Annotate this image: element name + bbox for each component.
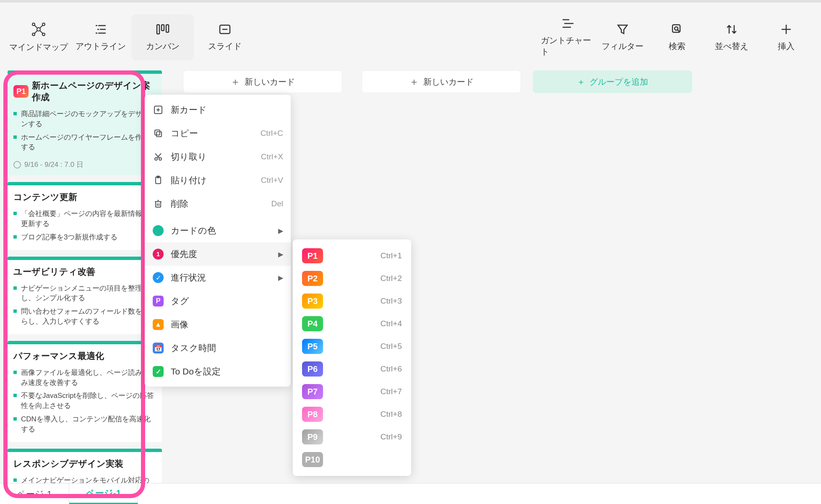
menu-image[interactable]: ▲ 画像 xyxy=(145,313,291,336)
menu-label: タスク時間 xyxy=(171,342,216,354)
menu-label: 進行状況 xyxy=(171,272,206,283)
priority-p2[interactable]: P2Ctrl+2 xyxy=(293,267,411,290)
menu-label: 新カード xyxy=(171,104,207,116)
copy-icon xyxy=(152,129,164,138)
task-item: 問い合わせフォームのフィールド数を減らし、入力しやすくする xyxy=(13,305,156,328)
menu-label: 画像 xyxy=(171,319,188,330)
shortcut: Ctrl+3 xyxy=(381,296,402,306)
kanban-card[interactable]: ユーザビリティ改善 ナビゲーションメニューの項目を整理し、シンプル化する 問い合… xyxy=(8,257,162,334)
plus-icon xyxy=(780,23,792,36)
p4-badge: P4 xyxy=(302,316,323,331)
tab-outline[interactable]: アウトライン xyxy=(70,14,132,60)
tab-slide[interactable]: スライド xyxy=(194,14,256,60)
card-title: レスポンシブデザイン実装 xyxy=(13,458,123,470)
board-area: ＋ 新しいカード ＋ 新しいカード ＋ グループを追加 ⋯ P1 新ホームページ… xyxy=(0,70,821,488)
menu-tag[interactable]: P タグ xyxy=(145,289,291,313)
kanban-card[interactable]: パフォーマンス最適化 画像ファイルを最適化し、ページ読み込み速度を改善する 不要… xyxy=(8,341,162,442)
page-tab-1[interactable]: ページ-1 xyxy=(0,483,69,504)
svg-line-7 xyxy=(34,31,37,34)
menu-todo[interactable]: ✓ To Doを設定 xyxy=(145,360,291,383)
menu-label: 優先度 xyxy=(171,248,197,260)
p5-badge: P5 xyxy=(302,339,323,354)
priority-p5[interactable]: P5Ctrl+5 xyxy=(293,335,411,358)
menu-card-color[interactable]: カードの色 ▶ xyxy=(145,219,291,242)
tool-sort[interactable]: 並べ替え xyxy=(704,16,759,58)
svg-line-25 xyxy=(678,30,679,31)
shortcut: Ctrl+2 xyxy=(381,274,402,283)
priority-p7[interactable]: P7Ctrl+7 xyxy=(293,380,411,403)
shortcut: Ctrl+6 xyxy=(381,364,402,374)
menu-delete[interactable]: 削除 Del xyxy=(145,192,291,216)
plus-icon: ＋ xyxy=(230,75,240,88)
tool-sort-label: 並べ替え xyxy=(715,41,748,52)
task-item: ナビゲーションメニューの項目を整理し、シンプル化する xyxy=(13,282,156,305)
tab-kanban[interactable]: カンバン xyxy=(132,14,194,60)
menu-label: 削除 xyxy=(171,198,188,210)
add-group-label: グループを追加 xyxy=(589,76,648,88)
svg-point-24 xyxy=(675,27,678,30)
menu-copy[interactable]: コピー Ctrl+C xyxy=(145,122,291,145)
calendar-icon: 📅 xyxy=(152,343,164,353)
tab-outline-label: アウトライン xyxy=(76,41,126,52)
menu-new-card[interactable]: 新カード xyxy=(145,98,291,122)
svg-line-5 xyxy=(34,25,37,28)
tool-insert-label: 挿入 xyxy=(778,41,795,52)
priority-p4[interactable]: P4Ctrl+4 xyxy=(293,312,411,335)
menu-paste[interactable]: 貼り付け Ctrl+V xyxy=(145,169,291,192)
p2-badge: P2 xyxy=(302,271,323,286)
shortcut: Ctrl+9 xyxy=(381,432,402,442)
svg-rect-41 xyxy=(156,202,161,207)
card-color-strip xyxy=(8,257,162,260)
priority-p1[interactable]: P1Ctrl+1 xyxy=(293,244,411,267)
svg-rect-33 xyxy=(155,130,160,135)
menu-task-time[interactable]: 📅 タスク時間 xyxy=(145,336,291,360)
kanban-card[interactable]: ⋯ P1 新ホームページのデザイン案作成 商品詳細ページのモックアップをデザイン… xyxy=(8,70,162,175)
dot-blue-icon: ✓ xyxy=(152,272,164,283)
card-date: 9/16 - 9/24 : 7.0 日 xyxy=(13,160,156,169)
priority-p6[interactable]: P6Ctrl+6 xyxy=(293,358,411,380)
kanban-card[interactable]: コンテンツ更新 「会社概要」ページの内容を最新情報に更新する ブログ記事を3つ新… xyxy=(8,182,162,249)
priority-p3[interactable]: P3Ctrl+3 xyxy=(293,290,411,312)
new-card-button-1[interactable]: ＋ 新しいカード xyxy=(183,70,342,93)
image-icon: ▲ xyxy=(152,319,164,330)
card-title: 新ホームページのデザイン案作成 xyxy=(32,80,156,103)
priority-p9[interactable]: P9Ctrl+9 xyxy=(293,426,411,448)
page-tab-2[interactable]: ページ-1 xyxy=(69,483,138,504)
task-item: ホームページのワイヤーフレームを作成する xyxy=(13,131,156,154)
menu-cut[interactable]: 切り取り Ctrl+X xyxy=(145,145,291,169)
tab-mindmap[interactable]: マインドマップ xyxy=(8,14,70,60)
p1-badge: P1 xyxy=(302,248,323,263)
priority-p10[interactable]: P10 xyxy=(293,448,411,471)
svg-rect-15 xyxy=(157,25,159,34)
new-card-button-2[interactable]: ＋ 新しいカード xyxy=(362,70,521,93)
tool-filter[interactable]: フィルター xyxy=(595,16,650,58)
tool-insert[interactable]: 挿入 xyxy=(759,16,813,58)
tab-kanban-label: カンバン xyxy=(146,41,180,52)
card-title: パフォーマンス最適化 xyxy=(13,350,104,362)
add-group-button[interactable]: ＋ グループを追加 xyxy=(533,70,692,93)
outline-icon xyxy=(94,23,107,36)
shortcut: Ctrl+4 xyxy=(381,319,402,328)
page-tab-label: ページ-1 xyxy=(86,487,121,499)
shortcut: Ctrl+8 xyxy=(381,410,402,419)
footer-tabs: ページ-1 ページ-1 xyxy=(0,483,821,504)
task-item: CDNを導入し、コンテンツ配信を高速化する xyxy=(13,413,156,436)
menu-shortcut: Ctrl+X xyxy=(261,152,283,161)
card-color-strip xyxy=(8,182,162,185)
tool-search[interactable]: 検索 xyxy=(650,16,704,58)
tool-search-label: 検索 xyxy=(669,41,685,52)
filter-icon xyxy=(616,23,629,36)
tag-icon: P xyxy=(152,296,164,307)
task-item: 「会社概要」ページの内容を最新情報に更新する xyxy=(13,207,156,231)
priority-p8[interactable]: P8Ctrl+8 xyxy=(293,403,411,426)
slide-icon xyxy=(218,23,232,36)
dot-green-icon xyxy=(152,225,164,236)
card-title: ユーザビリティ改善 xyxy=(13,266,95,278)
menu-priority[interactable]: 1 優先度 ▶ xyxy=(145,242,291,266)
tool-gantt[interactable]: ガントチャート xyxy=(541,16,595,58)
svg-line-8 xyxy=(40,31,43,34)
p3-badge: P3 xyxy=(302,294,323,309)
tab-slide-label: スライド xyxy=(208,41,242,52)
menu-progress[interactable]: ✓ 進行状況 ▶ xyxy=(145,266,291,289)
paste-icon xyxy=(152,176,164,185)
